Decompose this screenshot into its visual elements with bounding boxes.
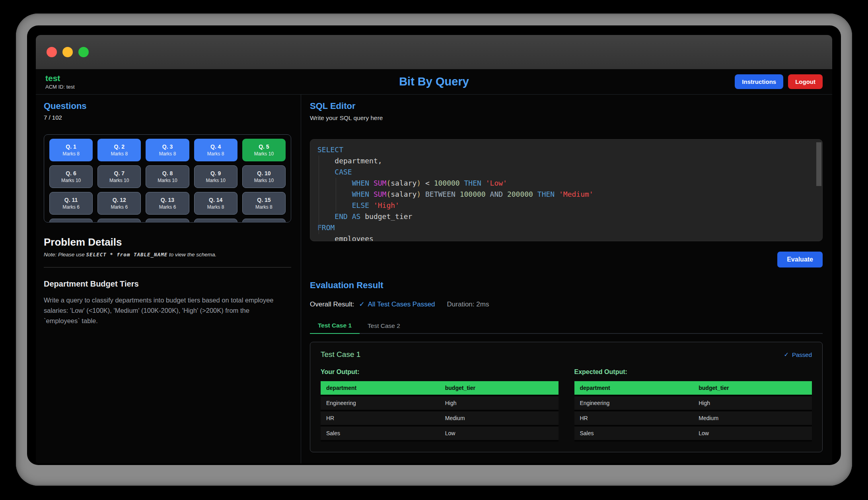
outputs-row: Your Output: departmentbudget_tierEngine… (321, 368, 812, 442)
question-label: Q. 1 (66, 143, 76, 150)
check-icon: ✓ (784, 351, 789, 358)
evaluate-button[interactable]: Evaluate (777, 252, 823, 267)
acm-id: ACM ID: test (45, 84, 75, 90)
app-window: test ACM ID: test Bit By Query Instructi… (36, 35, 832, 463)
table-cell: Low (693, 426, 812, 441)
editor-scrollbar[interactable] (816, 140, 821, 240)
table-row: SalesLow (574, 426, 812, 441)
question-marks: Marks 10 (254, 151, 274, 157)
question-label: Q. 13 (161, 197, 174, 203)
problem-description: Write a query to classify departments in… (44, 295, 286, 326)
question-tile[interactable]: Q. 8Marks 10 (146, 165, 189, 188)
question-tile[interactable] (49, 219, 93, 223)
question-tile[interactable]: Q. 3Marks 8 (146, 139, 189, 161)
code-line: department, (317, 155, 816, 167)
table-cell: HR (574, 411, 693, 426)
main-content: Questions 7 / 102 Q. 1Marks 8Q. 2Marks 8… (36, 95, 832, 463)
editor-scrollbar-thumb[interactable] (816, 142, 821, 186)
table-cell: Medium (693, 411, 812, 426)
question-grid[interactable]: Q. 1Marks 8Q. 2Marks 8Q. 3Marks 8Q. 4Mar… (44, 134, 291, 223)
test-case-panel: Test Case 1 ✓ Passed Your Output: depart… (310, 342, 823, 452)
screen: test ACM ID: test Bit By Query Instructi… (27, 25, 841, 465)
overall-result-row: Overall Result: ✓ All Test Cases Passed … (310, 300, 823, 308)
question-marks: Marks 6 (62, 204, 80, 210)
problem-details-heading: Problem Details (44, 236, 291, 248)
table-cell: Medium (440, 411, 559, 426)
question-tile[interactable]: Q. 7Marks 10 (97, 165, 141, 188)
question-tile[interactable]: Q. 14Marks 8 (194, 192, 237, 215)
question-label: Q. 6 (66, 170, 76, 176)
indent-guide (319, 155, 319, 234)
user-block: test ACM ID: test (45, 74, 75, 90)
check-icon: ✓ (359, 300, 364, 308)
question-tile[interactable]: Q. 11Marks 6 (49, 192, 93, 215)
table-row: EngineeringHigh (574, 395, 812, 411)
question-label: Q. 12 (113, 197, 126, 203)
table-cell: Engineering (321, 395, 440, 411)
your-output-column: Your Output: departmentbudget_tierEngine… (321, 368, 559, 442)
tab-test-case-2[interactable]: Test Case 2 (360, 319, 408, 334)
instructions-button[interactable]: Instructions (735, 74, 783, 89)
table-header-row: departmentbudget_tier (321, 381, 559, 395)
minimize-window-button[interactable] (62, 47, 73, 57)
test-case-panel-header: Test Case 1 ✓ Passed (321, 350, 812, 359)
evaluation-result-heading: Evaluation Result (310, 280, 823, 291)
question-label: Q. 14 (209, 197, 222, 203)
expected-output-label: Expected Output: (574, 368, 812, 376)
tab-test-case-1[interactable]: Test Case 1 (310, 319, 360, 334)
question-tile[interactable]: Q. 15Marks 8 (242, 192, 286, 215)
question-tile[interactable]: Q. 5Marks 10 (242, 139, 286, 161)
indent-guide (336, 178, 336, 212)
code-line: FROM (317, 222, 816, 233)
close-window-button[interactable] (47, 47, 57, 57)
question-marks: Marks 8 (207, 204, 224, 210)
question-tile[interactable]: Q. 2Marks 8 (97, 139, 141, 161)
table-cell: Low (440, 426, 559, 441)
overall-status: ✓ All Test Cases Passed (359, 300, 435, 308)
question-tile[interactable] (97, 219, 141, 223)
your-output-table: departmentbudget_tierEngineeringHighHRMe… (321, 381, 559, 442)
question-marks: Marks 10 (61, 178, 81, 183)
question-marks: Marks 10 (158, 178, 177, 183)
question-tile[interactable] (242, 219, 286, 223)
question-label: Q. 4 (210, 143, 221, 150)
column-header: budget_tier (693, 381, 812, 395)
logout-button[interactable]: Logout (788, 74, 823, 89)
column-header: department (321, 381, 440, 395)
overall-result-label: Overall Result: (310, 300, 354, 308)
code-line: employees (317, 233, 816, 241)
question-label: Q. 9 (210, 170, 221, 176)
column-header: budget_tier (440, 381, 559, 395)
page-title: Bit By Query (36, 75, 832, 88)
question-label: Q. 7 (114, 170, 125, 176)
table-row: SalesLow (321, 426, 559, 441)
passed-badge: ✓ Passed (784, 351, 812, 358)
question-tile[interactable]: Q. 4Marks 8 (194, 139, 237, 161)
question-tile[interactable] (194, 219, 237, 223)
sql-code[interactable]: SELECT department, CASE WHEN SUM(salary)… (310, 140, 822, 241)
schema-note-code: SELECT * from TABLE_NAME (86, 252, 168, 258)
your-output-label: Your Output: (321, 368, 559, 376)
table-row: EngineeringHigh (321, 395, 559, 411)
problem-title: Department Budget Tiers (44, 279, 291, 289)
header-actions: Instructions Logout (735, 74, 823, 89)
app-header: test ACM ID: test Bit By Query Instructi… (36, 69, 832, 95)
question-tile[interactable]: Q. 12Marks 6 (97, 192, 141, 215)
question-tile[interactable]: Q. 10Marks 10 (242, 165, 286, 188)
table-cell: HR (321, 411, 440, 426)
question-marks: Marks 8 (207, 151, 224, 157)
question-tile[interactable]: Q. 6Marks 10 (49, 165, 93, 188)
sql-code-editor[interactable]: SELECT department, CASE WHEN SUM(salary)… (310, 139, 823, 241)
table-cell: Engineering (574, 395, 693, 411)
question-marks: Marks 6 (159, 204, 176, 210)
passed-badge-text: Passed (792, 351, 812, 358)
question-tile[interactable]: Q. 1Marks 8 (49, 139, 93, 161)
table-header-row: departmentbudget_tier (574, 381, 812, 395)
question-tile[interactable] (146, 219, 189, 223)
question-label: Q. 11 (64, 197, 78, 203)
maximize-window-button[interactable] (78, 47, 89, 57)
code-line: END AS budget_tier (317, 211, 816, 222)
question-tile[interactable]: Q. 9Marks 10 (194, 165, 237, 188)
question-tile[interactable]: Q. 13Marks 6 (146, 192, 189, 215)
question-marks: Marks 10 (109, 178, 129, 183)
